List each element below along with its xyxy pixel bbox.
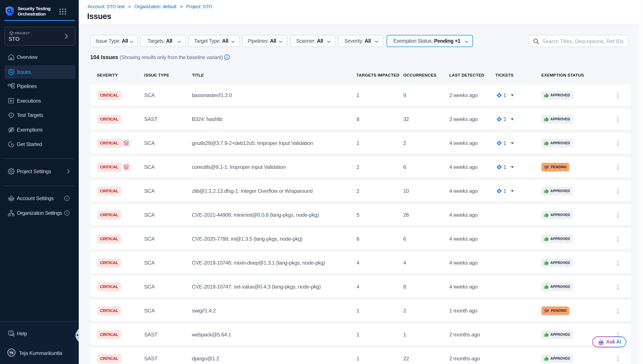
svg-text:?: ? [10,331,12,334]
